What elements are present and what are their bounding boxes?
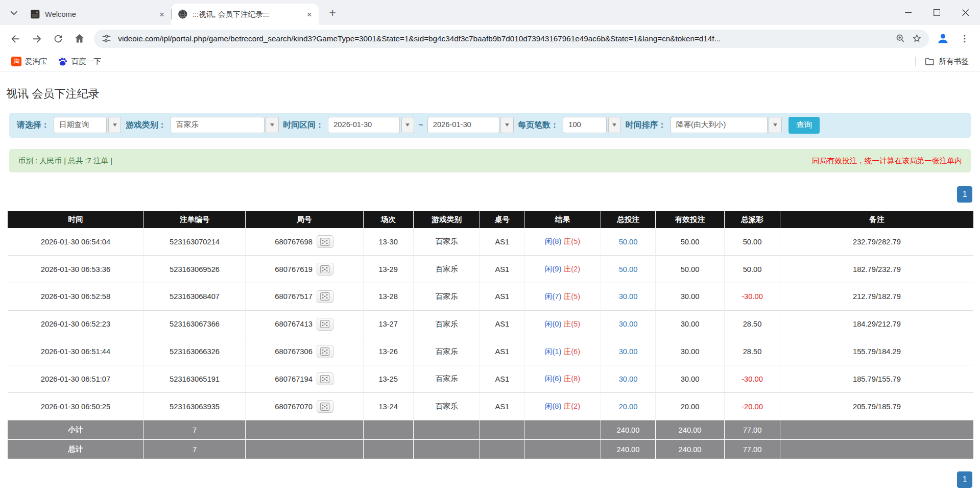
table-no-cell: AS1 bbox=[480, 256, 524, 283]
date-to-select[interactable]: 2026-01-30 bbox=[427, 117, 514, 133]
per-page-value[interactable]: 100 bbox=[563, 117, 607, 133]
close-button[interactable] bbox=[951, 0, 980, 25]
summary-bar: 币别 : 人民币 | 总共 :7 注单 | 同局有效投注，统一计算在该局第一张注… bbox=[9, 149, 970, 173]
maximize-button[interactable] bbox=[922, 0, 951, 25]
total-bet-link[interactable]: 50.00 bbox=[619, 238, 638, 246]
player-result: 闲(7) bbox=[545, 292, 562, 301]
game-type-cell: 百家乐 bbox=[413, 228, 480, 256]
tab-search-button[interactable] bbox=[5, 5, 22, 22]
browser-menu-button[interactable] bbox=[954, 28, 975, 49]
payout-cell: -20.00 bbox=[724, 393, 780, 420]
subtotal-valid-bet: 240.00 bbox=[655, 420, 724, 440]
page-1-button[interactable]: 1 bbox=[957, 471, 973, 488]
date-from-value[interactable]: 2026-01-30 bbox=[328, 117, 400, 133]
table-no-cell: AS1 bbox=[480, 393, 524, 420]
round-result-button[interactable] bbox=[317, 345, 333, 358]
query-mode-select[interactable]: 日期查询 bbox=[54, 117, 121, 133]
column-header: 场次 bbox=[363, 211, 413, 228]
back-button[interactable] bbox=[5, 28, 27, 49]
game-type-cell: 百家乐 bbox=[413, 338, 480, 366]
banker-result: 庄(5) bbox=[563, 292, 580, 301]
bet-no-cell: 523163069526 bbox=[144, 256, 245, 283]
address-bar[interactable]: videoie.com/ipl/portal.php/game/betrecor… bbox=[94, 30, 929, 48]
round-result-button[interactable] bbox=[317, 318, 333, 331]
table-row: 2026-01-30 06:54:04523163070214680767698… bbox=[8, 228, 973, 256]
total-bet-cell[interactable]: 50.00 bbox=[601, 228, 656, 256]
game-type-value[interactable]: 百家乐 bbox=[171, 117, 265, 133]
subtotal-payout: 77.00 bbox=[724, 420, 780, 440]
player-result: 闲(1) bbox=[545, 347, 562, 356]
bookmark-taobao[interactable]: 淘 爱淘宝 bbox=[6, 55, 52, 68]
search-button[interactable]: 查询 bbox=[788, 117, 820, 134]
result-cell: 闲(6) 庄(8) bbox=[524, 365, 600, 393]
total-bet-cell[interactable]: 50.00 bbox=[601, 256, 656, 283]
round-no-cell: 680767413 bbox=[245, 311, 363, 338]
round-no: 680767698 bbox=[275, 238, 312, 246]
bet-no-cell: 523163070214 bbox=[144, 228, 245, 256]
subtotal-label: 小计 bbox=[8, 420, 144, 440]
page-title: 视讯 会员下注纪录 bbox=[6, 86, 980, 102]
remark-cell: 212.79/182.79 bbox=[780, 283, 973, 311]
total-bet-cell[interactable]: 30.00 bbox=[601, 283, 656, 311]
total-bet-link[interactable]: 30.00 bbox=[619, 292, 638, 301]
round-result-button[interactable] bbox=[317, 400, 333, 413]
total-bet-link[interactable]: 30.00 bbox=[619, 320, 638, 328]
home-button[interactable] bbox=[69, 28, 90, 49]
total-bet-link[interactable]: 50.00 bbox=[619, 265, 638, 273]
tab-close-icon[interactable]: × bbox=[304, 9, 315, 20]
bookmark-star-button[interactable] bbox=[909, 31, 925, 47]
dice-icon bbox=[320, 292, 329, 301]
dice-icon bbox=[320, 375, 329, 383]
profile-button[interactable] bbox=[933, 28, 954, 49]
chevron-down-icon[interactable] bbox=[608, 117, 622, 133]
site-settings-icon bbox=[101, 33, 112, 44]
per-page-select[interactable]: 100 bbox=[563, 117, 621, 133]
tab-welcome[interactable]: Welcome × bbox=[23, 4, 171, 25]
total-bet-link[interactable]: 20.00 bbox=[619, 403, 638, 411]
banker-result: 庄(8) bbox=[563, 375, 580, 383]
sort-value[interactable]: 降幂(由大到小) bbox=[671, 117, 768, 133]
total-bet-cell[interactable]: 30.00 bbox=[601, 311, 656, 338]
result-cell: 闲(1) 庄(6) bbox=[524, 338, 600, 366]
minimize-button[interactable] bbox=[894, 0, 922, 25]
payout-value: 28.50 bbox=[743, 347, 762, 356]
tab-betrecord[interactable]: :::视讯, 会员下注纪录::: × bbox=[171, 4, 319, 25]
bet-no-cell: 523163067366 bbox=[144, 311, 245, 338]
bookmark-baidu[interactable]: 百度一下 bbox=[53, 55, 106, 68]
payout-cell: 50.00 bbox=[724, 256, 780, 283]
dice-icon bbox=[320, 403, 329, 411]
dice-icon bbox=[320, 238, 329, 246]
sort-select[interactable]: 降幂(由大到小) bbox=[671, 117, 782, 133]
bookmark-label: 百度一下 bbox=[71, 57, 101, 66]
new-tab-button[interactable]: + bbox=[324, 5, 341, 22]
time-cell: 2026-01-30 06:50:25 bbox=[8, 393, 144, 420]
refresh-button[interactable] bbox=[47, 28, 69, 49]
table-no-cell: AS1 bbox=[480, 365, 524, 393]
round-result-button[interactable] bbox=[317, 235, 333, 248]
round-result-button[interactable] bbox=[317, 290, 333, 303]
tab-close-icon[interactable]: × bbox=[156, 9, 168, 20]
chevron-down-icon[interactable] bbox=[500, 117, 514, 133]
all-bookmarks-button[interactable]: 所有书签 bbox=[919, 55, 973, 69]
round-result-button[interactable] bbox=[317, 263, 333, 276]
total-bet-cell[interactable]: 30.00 bbox=[601, 365, 656, 393]
total-bet-link[interactable]: 30.00 bbox=[619, 347, 638, 356]
date-from-select[interactable]: 2026-01-30 bbox=[328, 117, 414, 133]
query-mode-value[interactable]: 日期查询 bbox=[54, 117, 107, 133]
page-1-button[interactable]: 1 bbox=[957, 186, 973, 203]
total-bet-cell[interactable]: 30.00 bbox=[601, 338, 656, 366]
chevron-down-icon[interactable] bbox=[108, 117, 122, 133]
total-bet-cell[interactable]: 20.00 bbox=[601, 393, 656, 420]
forward-button[interactable] bbox=[26, 28, 47, 49]
date-to-value[interactable]: 2026-01-30 bbox=[427, 117, 499, 133]
total-bet-link[interactable]: 30.00 bbox=[619, 375, 638, 383]
chevron-down-icon[interactable] bbox=[769, 117, 782, 133]
valid-bet-cell: 30.00 bbox=[655, 311, 724, 338]
chevron-down-icon[interactable] bbox=[266, 117, 279, 133]
round-result-button[interactable] bbox=[317, 372, 333, 385]
baidu-paw-icon bbox=[58, 57, 68, 67]
game-type-select[interactable]: 百家乐 bbox=[171, 117, 279, 133]
chevron-down-icon[interactable] bbox=[401, 117, 415, 133]
banker-result: 庄(6) bbox=[563, 347, 580, 356]
zoom-button[interactable] bbox=[893, 31, 909, 47]
